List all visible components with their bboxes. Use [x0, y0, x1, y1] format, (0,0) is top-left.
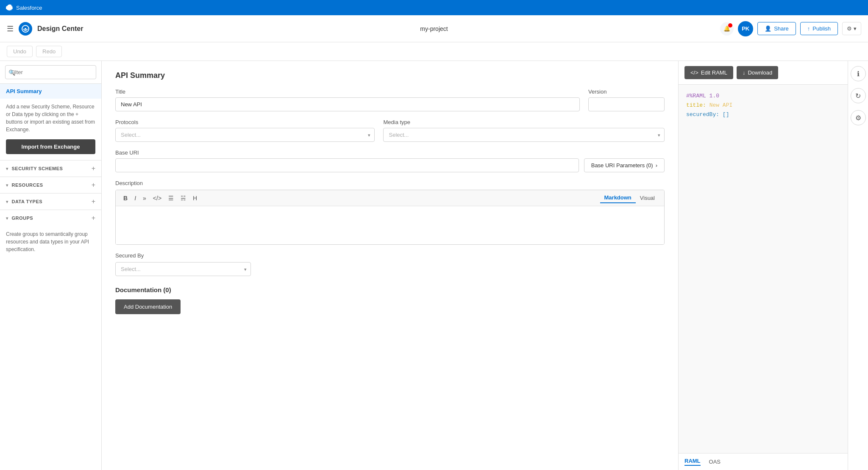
sidebar: 🔍 API Summary Add a new Security Scheme,… [0, 61, 102, 470]
right-icons-panel: ℹ ↻ ⚙ [848, 61, 868, 470]
undo-button[interactable]: Undo [7, 46, 33, 57]
avatar[interactable]: PK [738, 21, 753, 36]
bold-button[interactable]: B [121, 193, 130, 203]
chevron-down-icon: ▾ [854, 25, 857, 32]
base-uri-params-button[interactable]: Base URI Parameters (0) › [584, 158, 665, 172]
settings-button[interactable]: ⚙ ▾ [842, 22, 861, 35]
chevron-icon: ▾ [6, 183, 8, 188]
secured-by-label: Secured By [115, 252, 665, 259]
edit-raml-button[interactable]: </> Edit RAML [684, 66, 733, 79]
code-button[interactable]: </> [150, 193, 164, 203]
header: ☰ Design Center my-project 🔔 PK 👤 Share … [0, 15, 868, 42]
info-icon: ℹ [857, 70, 860, 78]
salesforce-logo: Salesforce [6, 4, 42, 11]
raml-tab[interactable]: RAML [684, 458, 701, 466]
sidebar-section-resources: ▾ RESOURCES + [0, 177, 101, 193]
app-logo-icon [19, 22, 32, 36]
raml-bottom-tabs: RAML OAS [679, 453, 848, 470]
protocols-select[interactable]: Select... [115, 128, 375, 142]
title-label: Title [115, 88, 580, 95]
sidebar-section-label-groups: GROUPS [12, 216, 33, 221]
sidebar-section-label-security: SECURITY SCHEMES [12, 166, 63, 171]
sidebar-section-data-types: ▾ DATA TYPES + [0, 193, 101, 210]
app-title: Design Center [37, 25, 83, 33]
top-bar: Salesforce [0, 0, 868, 15]
main-layout: 🔍 API Summary Add a new Security Scheme,… [0, 61, 868, 470]
version-input[interactable] [588, 97, 665, 111]
ordered-list-button[interactable]: ☰ [166, 193, 176, 203]
raml-content: #%RAML 1.0 title: New API securedBy: [] [679, 85, 848, 453]
share-button[interactable]: 👤 Share [757, 22, 796, 35]
svg-point-2 [25, 28, 26, 30]
raml-line-2: title: New API [686, 101, 840, 110]
notification-badge [728, 23, 732, 28]
raml-toolbar: </> Edit RAML ↓ Download [679, 61, 848, 85]
download-button[interactable]: ↓ Download [737, 66, 778, 79]
header-left: ☰ Design Center [7, 22, 83, 36]
sidebar-section-header-resources[interactable]: ▾ RESOURCES + [0, 177, 101, 193]
add-documentation-button[interactable]: Add Documentation [115, 299, 181, 314]
import-from-exchange-button[interactable]: Import from Exchange [6, 139, 95, 154]
notifications-icon[interactable]: 🔔 [720, 22, 734, 36]
raml-panel: </> Edit RAML ↓ Download #%RAML 1.0 titl… [678, 61, 848, 470]
secured-by-section: Secured By Select... ▾ [115, 252, 665, 276]
sidebar-section-header-data-types[interactable]: ▾ DATA TYPES + [0, 194, 101, 210]
publish-icon: ↑ [807, 25, 810, 32]
chevron-icon: ▾ [6, 199, 8, 204]
heading-button[interactable]: H [190, 193, 200, 203]
base-uri-label: Base URI [115, 149, 665, 156]
version-field-group: Version [588, 88, 665, 111]
content-area: API Summary Title Version Protocols Sele… [102, 61, 678, 470]
add-resource-icon[interactable]: + [92, 181, 95, 189]
redo-button[interactable]: Redo [36, 46, 62, 57]
sidebar-section-security: ▾ SECURITY SCHEMES + [0, 160, 101, 177]
description-body[interactable] [116, 206, 664, 244]
oas-tab[interactable]: OAS [709, 459, 721, 465]
add-group-icon[interactable]: + [92, 214, 95, 222]
chevron-icon: ▾ [6, 216, 8, 221]
sidebar-section-label-resources: RESOURCES [12, 182, 43, 188]
title-input[interactable] [115, 97, 580, 111]
media-type-label: Media type [383, 119, 665, 125]
refresh-icon-button[interactable]: ↻ [851, 88, 866, 103]
markdown-tab[interactable]: Markdown [600, 193, 636, 203]
sidebar-hint-text: Add a new Security Scheme, Resource or D… [0, 99, 101, 139]
gear-icon: ⚙ [847, 25, 852, 32]
base-uri-input[interactable] [115, 158, 579, 172]
share-icon: 👤 [765, 25, 771, 32]
description-label: Description [115, 180, 665, 186]
unordered-list-button[interactable]: ☵ [178, 193, 189, 203]
italic-button[interactable]: I [132, 193, 139, 203]
sidebar-section-groups: ▾ GROUPS + Create groups to semantically… [0, 210, 101, 259]
secured-by-select[interactable]: Select... [115, 262, 251, 276]
menu-icon[interactable]: ☰ [7, 24, 14, 33]
protocols-select-wrap: Select... ▾ [115, 128, 375, 142]
download-icon: ↓ [743, 69, 746, 76]
visual-tab[interactable]: Visual [636, 193, 659, 203]
raml-line-1: #%RAML 1.0 [686, 91, 840, 101]
blockquote-button[interactable]: » [140, 193, 149, 203]
undo-redo-bar: Undo Redo [0, 42, 868, 61]
raml-line-3: securedBy: [] [686, 110, 840, 119]
media-type-select-wrap: Select... ▾ [383, 128, 665, 142]
wrench-icon-button[interactable]: ⚙ [851, 110, 866, 125]
base-uri-section: Base URI Base URI Parameters (0) › [115, 149, 665, 172]
sidebar-section-label-data-types: DATA TYPES [12, 199, 43, 204]
documentation-section: Documentation (0) Add Documentation [115, 286, 665, 314]
media-type-field-group: Media type Select... ▾ [383, 119, 665, 142]
sidebar-item-api-summary[interactable]: API Summary [0, 84, 101, 99]
chevron-icon: ▾ [6, 166, 8, 171]
filter-input[interactable] [5, 65, 96, 79]
sidebar-section-header-security[interactable]: ▾ SECURITY SCHEMES + [0, 160, 101, 177]
publish-button[interactable]: ↑ Publish [800, 22, 838, 35]
media-type-select[interactable]: Select... [383, 128, 665, 142]
markdown-visual-tabs: Markdown Visual [600, 193, 659, 203]
sidebar-section-header-groups[interactable]: ▾ GROUPS + [0, 210, 101, 226]
add-security-scheme-icon[interactable]: + [92, 165, 95, 172]
add-data-type-icon[interactable]: + [92, 198, 95, 205]
refresh-icon: ↻ [855, 92, 861, 100]
header-right: 🔔 PK 👤 Share ↑ Publish ⚙ ▾ [720, 21, 861, 36]
info-icon-button[interactable]: ℹ [851, 66, 866, 81]
version-label: Version [588, 88, 665, 95]
project-name: my-project [420, 25, 448, 32]
